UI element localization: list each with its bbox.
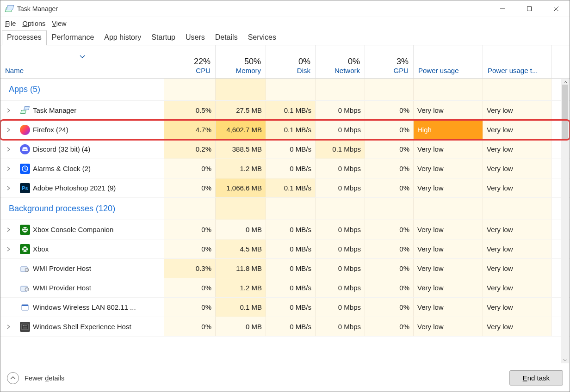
cell-powert: Very low — [483, 159, 551, 178]
tab-services[interactable]: Services — [243, 30, 281, 45]
tab-strip: ProcessesPerformanceApp historyStartupUs… — [0, 30, 570, 45]
process-row[interactable]: Xbox0%4.5 MB0 MB/s0 Mbps0%Very lowVery l… — [0, 239, 570, 259]
cell-gpu: 0% — [365, 317, 414, 336]
expand-chevron-icon[interactable] — [5, 227, 12, 232]
svg-rect-21 — [25, 325, 27, 326]
tab-users[interactable]: Users — [180, 30, 210, 45]
menu-view[interactable]: View — [52, 20, 66, 27]
xb-icon — [20, 225, 30, 235]
scroll-down-icon[interactable] — [561, 357, 569, 363]
cell-powert: Very low — [483, 298, 551, 317]
cell-cpu: 0% — [164, 278, 216, 297]
cell-power: Very low — [414, 298, 483, 317]
cell-powert: Very low — [483, 278, 551, 297]
process-row[interactable]: WMI Provider Host0%1.2 MB0 MB/s0 Mbps0%V… — [0, 278, 570, 298]
cell-disk: 0 MB/s — [266, 159, 316, 178]
xb-icon — [20, 244, 30, 254]
menu-bar: File Options View — [0, 17, 570, 30]
process-row[interactable]: Discord (32 bit) (4)0.2%388.5 MB0 MB/s0.… — [0, 140, 570, 159]
cell-powert: Very low — [483, 239, 551, 258]
footer-bar: Fewer details End task — [0, 364, 570, 392]
process-name: Xbox — [33, 245, 49, 253]
cell-mem: 1.2 MB — [216, 278, 266, 297]
ps-icon: Ps — [20, 183, 30, 193]
column-name[interactable]: Name — [0, 45, 164, 78]
cell-net: 0.1 Mbps — [316, 140, 365, 159]
cell-powert: Very low — [483, 120, 551, 139]
cell-power: Very low — [414, 259, 483, 278]
tab-app-history[interactable]: App history — [99, 30, 146, 45]
expand-chevron-icon[interactable] — [5, 186, 12, 190]
expand-chevron-icon[interactable] — [5, 325, 12, 329]
process-row[interactable]: WMI Provider Host0.3%11.8 MB0 MB/s0 Mbps… — [0, 259, 570, 278]
cell-disk: 0.1 MB/s — [266, 178, 316, 197]
tab-startup[interactable]: Startup — [146, 30, 180, 45]
column-power-trend[interactable]: Power usage t... — [483, 45, 551, 78]
process-name: Discord (32 bit) (4) — [33, 145, 90, 153]
column-power-usage[interactable]: Power usage — [414, 45, 483, 78]
table-header: Name 22% CPU 50% Memory 0% Disk 0% Netwo… — [0, 45, 570, 79]
process-row[interactable]: Task Manager0.5%27.5 MB0.1 MB/s0 Mbps0%V… — [0, 101, 570, 120]
tab-details[interactable]: Details — [210, 30, 243, 45]
process-row[interactable]: Windows Shell Experience Host0%0 MB0 MB/… — [0, 317, 570, 337]
wm-icon — [20, 283, 30, 293]
close-button[interactable] — [543, 0, 570, 17]
title-bar: Task Manager — [0, 0, 570, 17]
cell-gpu: 0% — [365, 140, 414, 159]
dc-icon — [20, 144, 30, 154]
cell-disk: 0 MB/s — [266, 259, 316, 278]
end-task-button[interactable]: End task — [509, 370, 563, 386]
svg-point-16 — [26, 288, 28, 290]
expand-chevron-icon[interactable] — [5, 108, 12, 113]
cell-cpu: 0% — [164, 298, 216, 317]
cell-powert: Very low — [483, 140, 551, 159]
process-row[interactable]: PsAdobe Photoshop 2021 (9)0%1,066.6 MB0.… — [0, 178, 570, 198]
cell-gpu: 0% — [365, 159, 414, 178]
cell-gpu: 0% — [365, 239, 414, 258]
cell-disk: 0 MB/s — [266, 140, 316, 159]
tab-processes[interactable]: Processes — [2, 30, 47, 45]
cell-cpu: 0.5% — [164, 101, 216, 120]
column-disk[interactable]: 0% Disk — [266, 45, 316, 78]
cell-power: Very low — [414, 101, 483, 120]
column-memory[interactable]: 50% Memory — [216, 45, 266, 78]
menu-file[interactable]: File — [5, 20, 16, 27]
process-name: Task Manager — [33, 106, 76, 114]
process-row[interactable]: Windows Wireless LAN 802.11 ...0%0.1 MB0… — [0, 298, 570, 317]
process-row[interactable]: Alarms & Clock (2)0%1.2 MB0 MB/s0 Mbps0%… — [0, 159, 570, 178]
wm-icon — [20, 263, 30, 274]
column-network[interactable]: 0% Network — [316, 45, 365, 78]
cell-cpu: 0.2% — [164, 140, 216, 159]
cell-mem: 1.2 MB — [216, 159, 266, 178]
expand-chevron-icon[interactable] — [5, 128, 12, 132]
maximize-button[interactable] — [516, 0, 543, 17]
column-gpu[interactable]: 3% GPU — [365, 45, 414, 78]
cell-net: 0 Mbps — [316, 317, 365, 336]
ac-icon — [20, 164, 30, 174]
minimize-button[interactable] — [489, 0, 516, 17]
process-row[interactable]: Firefox (24)4.7%4,602.7 MB0.1 MB/s0 Mbps… — [0, 120, 570, 140]
tab-performance[interactable]: Performance — [47, 30, 99, 45]
process-name: WMI Provider Host — [33, 284, 91, 292]
process-name: Alarms & Clock (2) — [33, 165, 91, 172]
svg-rect-22 — [23, 327, 27, 329]
column-cpu[interactable]: 22% CPU — [164, 45, 216, 78]
fewer-details-toggle[interactable] — [7, 372, 19, 384]
cell-gpu: 0% — [365, 220, 414, 239]
window-title: Task Manager — [17, 5, 58, 12]
cell-powert: Very low — [483, 101, 551, 120]
task-manager-window: Task Manager File Options View Processes… — [0, 0, 570, 392]
process-name: Windows Shell Experience Host — [33, 323, 131, 331]
process-row[interactable]: Xbox Console Companion0%0 MB0 MB/s0 Mbps… — [0, 220, 570, 239]
fewer-details-label[interactable]: Fewer details — [25, 374, 64, 382]
expand-chevron-icon[interactable] — [5, 247, 12, 251]
svg-line-8 — [25, 169, 26, 170]
svg-point-9 — [22, 227, 28, 233]
expand-chevron-icon[interactable] — [5, 166, 12, 171]
expand-chevron-icon[interactable] — [5, 147, 12, 152]
cell-net: 0 Mbps — [316, 220, 365, 239]
menu-options[interactable]: Options — [22, 20, 45, 27]
cell-net: 0 Mbps — [316, 159, 365, 178]
cell-net: 0 Mbps — [316, 120, 365, 139]
cell-mem: 4,602.7 MB — [216, 120, 266, 139]
